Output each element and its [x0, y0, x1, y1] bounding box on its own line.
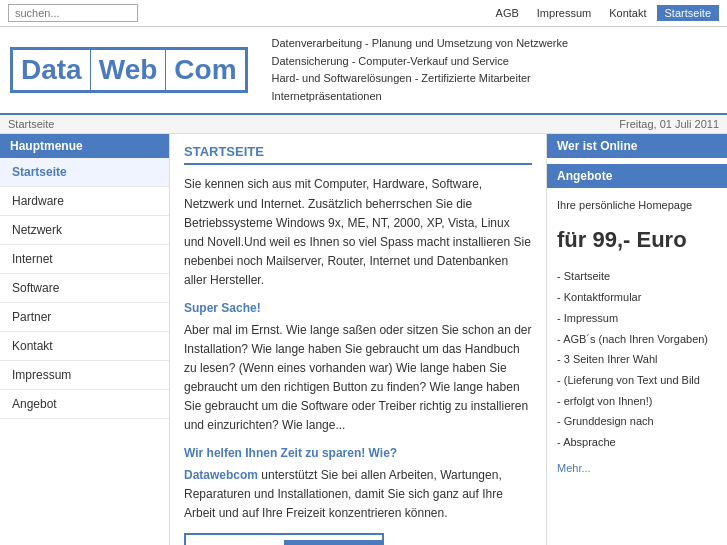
sidebar-item-kontakt[interactable]: Kontakt	[0, 332, 169, 361]
ms-cert-badge: Microsoft® Certified Professional	[184, 533, 384, 545]
logo-data: Data	[10, 47, 90, 93]
logo-web: Web	[90, 47, 166, 93]
tagline-line1: Datenverarbeitung - Planung und Umsetzun…	[272, 37, 569, 49]
breadcrumb: Startseite Freitag, 01 Juli 2011	[0, 115, 727, 134]
content-heading: STARTSEITE	[184, 144, 532, 165]
ms-cert-microsoft-text: Microsoft®	[186, 540, 284, 545]
list-item: 3 Seiten Ihrer Wahl	[557, 349, 717, 370]
ms-cert-certified-text: Certified	[284, 540, 382, 545]
right-angebote-header: Angebote	[547, 164, 727, 188]
right-mehr-link[interactable]: Mehr...	[557, 459, 717, 478]
top-nav: AGB Impressum Kontakt Startseite	[488, 5, 719, 21]
right-list: Startseite Kontaktformular Impressum AGB…	[557, 266, 717, 452]
sidebar-header: Hauptmenue	[0, 134, 169, 158]
content-subheading1: Super Sache!	[184, 301, 532, 315]
sidebar-item-software[interactable]: Software	[0, 274, 169, 303]
content-paragraph3: Datawebcom unterstützt Sie bei allen Arb…	[184, 466, 532, 524]
search-input[interactable]	[8, 4, 138, 22]
list-item: Absprache	[557, 432, 717, 453]
logo-area: Data Web Com	[0, 27, 258, 113]
nav-kontakt[interactable]: Kontakt	[601, 5, 654, 21]
breadcrumb-path: Startseite	[8, 118, 54, 130]
header: Data Web Com Datenverarbeitung - Planung…	[0, 27, 727, 115]
main-layout: Hauptmenue Startseite Hardware Netzwerk …	[0, 134, 727, 545]
tagline-line2: Datensicherung - Computer-Verkauf und Se…	[272, 55, 509, 67]
sidebar-item-netzwerk[interactable]: Netzwerk	[0, 216, 169, 245]
sidebar-item-hardware[interactable]: Hardware	[0, 187, 169, 216]
sidebar-item-internet[interactable]: Internet	[0, 245, 169, 274]
logo-com: Com	[165, 47, 247, 93]
right-panel: Wer ist Online Angebote Ihre persönliche…	[547, 134, 727, 545]
ms-cert-inner: Microsoft® Certified Professional	[186, 540, 382, 545]
right-homepage-text: Ihre persönliche Homepage	[557, 196, 717, 215]
content-paragraph1: Sie kennen sich aus mit Computer, Hardwa…	[184, 175, 532, 290]
right-price: für 99,- Euro	[557, 221, 717, 258]
nav-agb[interactable]: AGB	[488, 5, 527, 21]
sidebar-item-angebot[interactable]: Angebot	[0, 390, 169, 419]
list-item: (Lieferung von Text und Bild	[557, 370, 717, 391]
content-area: STARTSEITE Sie kennen sich aus mit Compu…	[170, 134, 547, 545]
list-item: Kontaktformular	[557, 287, 717, 308]
tagline-line3: Hard- und Softwarelösungen - Zertifizier…	[272, 72, 531, 84]
tagline-line4: Internetpräsentationen	[272, 90, 382, 102]
ms-cert-top: Microsoft® Certified	[186, 540, 382, 545]
sidebar: Hauptmenue Startseite Hardware Netzwerk …	[0, 134, 170, 545]
nav-impressum[interactable]: Impressum	[529, 5, 599, 21]
list-item: Impressum	[557, 308, 717, 329]
content-paragraph2: Aber mal im Ernst. Wie lange saßen oder …	[184, 321, 532, 436]
list-item: Grunddesign nach	[557, 411, 717, 432]
logo: Data Web Com	[10, 47, 248, 93]
breadcrumb-date: Freitag, 01 Juli 2011	[619, 118, 719, 130]
list-item: Startseite	[557, 266, 717, 287]
right-wer-online-header: Wer ist Online	[547, 134, 727, 158]
datawebcom-link[interactable]: Datawebcom	[184, 468, 258, 482]
sidebar-item-impressum[interactable]: Impressum	[0, 361, 169, 390]
sidebar-item-startseite[interactable]: Startseite	[0, 158, 169, 187]
list-item: AGB´s (nach Ihren Vorgaben)	[557, 329, 717, 350]
nav-startseite[interactable]: Startseite	[657, 5, 719, 21]
right-content: Ihre persönliche Homepage für 99,- Euro …	[547, 188, 727, 485]
content-subheading2: Wir helfen Ihnen Zeit zu sparen! Wie?	[184, 446, 532, 460]
list-item: erfolgt von Ihnen!)	[557, 391, 717, 412]
sidebar-item-partner[interactable]: Partner	[0, 303, 169, 332]
tagline: Datenverarbeitung - Planung und Umsetzun…	[258, 27, 727, 113]
top-bar: AGB Impressum Kontakt Startseite	[0, 0, 727, 27]
